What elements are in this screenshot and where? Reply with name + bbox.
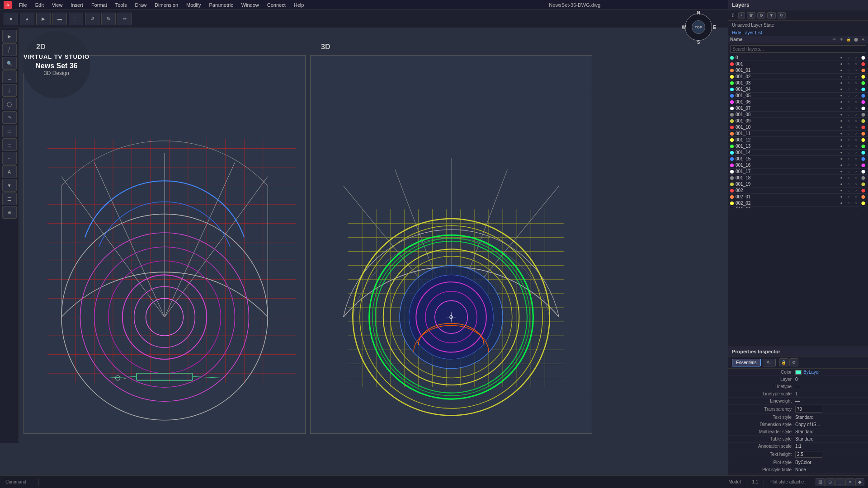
layer-lock[interactable]: ○ xyxy=(853,62,859,66)
viewport-2d[interactable]: + xyxy=(24,55,306,434)
layer-row-001_04[interactable]: 001_04 ● ○ ○ ⬤ xyxy=(728,86,868,93)
layer-lock[interactable]: ○ xyxy=(853,100,859,104)
status-ortho-icon[interactable]: ⎯ xyxy=(835,478,844,486)
layer-freeze[interactable]: ○ xyxy=(845,176,852,180)
layer-row-002[interactable]: 002 ● ○ ○ ⬤ xyxy=(728,188,868,194)
tab-essentials[interactable]: Essentials xyxy=(732,359,761,366)
layer-color[interactable]: ⬤ xyxy=(860,75,866,79)
layer-visible[interactable]: ● xyxy=(838,188,844,192)
layer-lock[interactable]: ○ xyxy=(853,138,859,142)
layer-visible[interactable]: ● xyxy=(838,207,844,208)
layer-lock-icon[interactable]: ○ xyxy=(853,56,859,60)
tool-rectangle[interactable]: ▭ xyxy=(2,125,17,137)
menu-view[interactable]: View xyxy=(48,1,66,9)
tab-all[interactable]: All xyxy=(763,359,776,366)
layer-freeze[interactable]: ○ xyxy=(845,125,852,129)
layer-color[interactable]: ⬤ xyxy=(860,150,866,155)
layer-row-001_02[interactable]: 001_02 ● ○ ○ ⬤ xyxy=(728,74,868,80)
layer-color[interactable]: ⬤ xyxy=(860,62,866,66)
layer-freeze[interactable]: ○ xyxy=(845,207,852,208)
layer-freeze[interactable]: ○ xyxy=(845,169,852,174)
layer-visible-icon[interactable]: ● xyxy=(838,56,844,60)
layer-visible[interactable]: ● xyxy=(838,125,844,129)
layer-visible[interactable]: ● xyxy=(838,113,844,117)
layer-delete-button[interactable]: 🗑 xyxy=(747,12,755,19)
layer-color[interactable]: ⬤ xyxy=(860,138,866,142)
hide-layer-list-toggle[interactable]: Hide Layer List xyxy=(728,29,868,36)
layer-visible[interactable]: ● xyxy=(838,75,844,79)
layer-freeze[interactable]: ○ xyxy=(845,131,852,136)
layer-color[interactable]: ⬤ xyxy=(860,157,866,161)
layer-freeze[interactable]: ○ xyxy=(845,150,852,155)
layer-lock[interactable]: ○ xyxy=(853,94,859,98)
toolbar-btn-6[interactable]: ↺ xyxy=(85,13,99,25)
layer-lock[interactable]: ○ xyxy=(853,68,859,72)
tool-polyline[interactable]: ⎷ xyxy=(2,84,17,97)
layer-color[interactable]: ⬤ xyxy=(860,144,866,148)
layer-color[interactable]: ⬤ xyxy=(860,131,866,136)
layer-lock[interactable]: ○ xyxy=(853,188,859,192)
layer-visible[interactable]: ● xyxy=(838,150,844,155)
layer-visible[interactable]: ● xyxy=(838,157,844,161)
viewport-3d[interactable] xyxy=(310,55,592,434)
layer-lock[interactable]: ○ xyxy=(853,144,859,148)
layer-freeze[interactable]: ○ xyxy=(845,144,852,148)
layer-lock[interactable]: ○ xyxy=(853,150,859,155)
layer-lock[interactable]: ○ xyxy=(853,113,859,117)
layer-color[interactable]: ⬤ xyxy=(860,100,866,104)
layer-lock[interactable]: ○ xyxy=(853,201,859,205)
layer-lock[interactable]: ○ xyxy=(853,163,859,167)
menu-modify[interactable]: Modify xyxy=(183,1,204,9)
layer-lock[interactable]: ○ xyxy=(853,176,859,180)
layer-freeze[interactable]: ○ xyxy=(845,163,852,167)
tool-zoom[interactable]: 🔍 xyxy=(2,57,17,70)
toolbar-btn-7[interactable]: ↻ xyxy=(101,13,116,25)
menu-insert[interactable]: Insert xyxy=(67,1,87,9)
layer-row-001_07[interactable]: 001_07 ● ○ ○ ⬤ xyxy=(728,105,868,112)
layer-freeze[interactable]: ○ xyxy=(845,157,852,161)
layer-visible[interactable]: ● xyxy=(838,138,844,142)
layer-row-001_03[interactable]: 001_03 ● ○ ○ ⬤ xyxy=(728,80,868,86)
layer-color[interactable]: ⬤ xyxy=(860,163,866,167)
layer-color[interactable]: ⬤ xyxy=(860,195,866,199)
layer-lock[interactable]: ○ xyxy=(853,182,859,186)
layer-color[interactable]: ⬤ xyxy=(860,68,866,72)
layer-visible[interactable]: ● xyxy=(838,201,844,205)
layer-visible[interactable]: ● xyxy=(838,106,844,110)
layer-lock[interactable]: ○ xyxy=(853,157,859,161)
layer-lock[interactable]: ○ xyxy=(853,169,859,174)
layer-lock[interactable]: ○ xyxy=(853,81,859,85)
tool-dimension[interactable]: ↔ xyxy=(2,152,17,164)
tool-line[interactable]: ⎯ xyxy=(2,70,17,83)
layer-freeze[interactable]: ○ xyxy=(845,201,852,205)
layer-freeze[interactable]: ○ xyxy=(845,188,852,192)
layer-freeze[interactable]: ○ xyxy=(845,119,852,123)
layer-row-001_14[interactable]: 001_14 ● ○ ○ ⬤ xyxy=(728,150,868,156)
layer-color[interactable]: ⬤ xyxy=(860,87,866,91)
model-tab[interactable]: Model xyxy=(726,479,742,484)
layer-row-001_19[interactable]: 001_19 ● ○ ○ ⬤ xyxy=(728,181,868,188)
layer-freeze[interactable]: ○ xyxy=(845,182,852,186)
layer-search-input[interactable] xyxy=(730,45,866,53)
layer-freeze-icon[interactable]: ○ xyxy=(845,56,852,60)
layer-freeze[interactable]: ○ xyxy=(845,68,852,72)
layer-freeze[interactable]: ○ xyxy=(845,100,852,104)
layer-color[interactable]: ⬤ xyxy=(860,201,866,205)
prop-input-transparency[interactable] xyxy=(795,406,822,413)
toolbar-btn-5[interactable]: □ xyxy=(69,13,83,25)
layer-visible[interactable]: ● xyxy=(838,176,844,180)
layer-row-001_11[interactable]: 001_11 ● ○ ○ ⬤ xyxy=(728,131,868,137)
tool-block[interactable]: ⊕ xyxy=(2,206,17,219)
prop-value-color[interactable]: ByLayer xyxy=(795,370,864,375)
layer-row-002_02[interactable]: 002_02 ● ○ ○ ⬤ xyxy=(728,200,868,206)
layer-color[interactable]: ⬤ xyxy=(860,176,866,180)
toolbar-btn-3[interactable]: ▶ xyxy=(36,13,51,25)
layer-row-001_09[interactable]: 001_09 ● ○ ○ ⬤ xyxy=(728,118,868,124)
layer-color[interactable]: ⬤ xyxy=(860,94,866,98)
layer-row-001_17[interactable]: 001_17 ● ○ ○ ⬤ xyxy=(728,169,868,175)
layer-visible[interactable]: ● xyxy=(838,169,844,174)
layer-row-001_01[interactable]: 001_01 ● ○ ○ ⬤ xyxy=(728,67,868,74)
status-osnap-icon[interactable]: ◆ xyxy=(855,478,864,486)
layer-freeze[interactable]: ○ xyxy=(845,81,852,85)
toolbar-btn-8[interactable]: ✏ xyxy=(118,13,132,25)
